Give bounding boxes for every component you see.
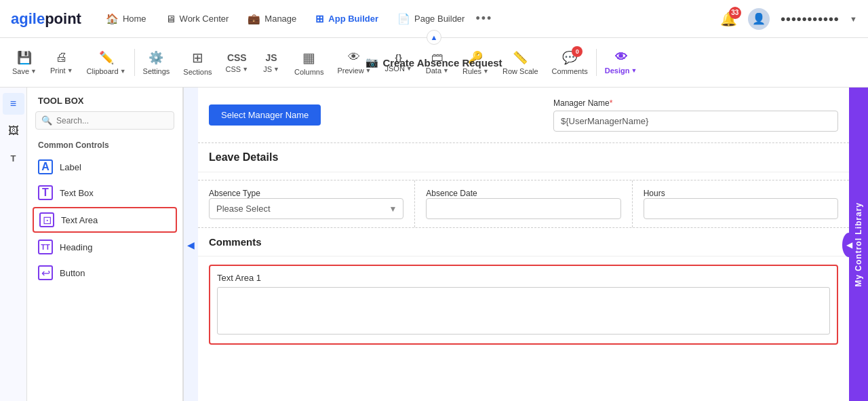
briefcase-icon: 💼	[248, 13, 260, 25]
text-area-input[interactable]	[217, 287, 830, 335]
toolbox-item-heading[interactable]: TT Heading	[27, 234, 182, 260]
design-icon: 👁	[615, 50, 627, 64]
nav-right: 🔔 33 👤 ●●●●●●●●●●● ▼	[720, 8, 857, 30]
js-label: JS	[263, 65, 272, 73]
user-dropdown-icon[interactable]: ▼	[850, 15, 857, 23]
form-canvas: Select Manager Name Manager Name* Leave …	[198, 88, 849, 401]
comments-badge: 0	[572, 46, 583, 57]
heading-icon: TT	[38, 240, 53, 254]
manager-name-input[interactable]	[553, 111, 838, 132]
logo[interactable]: agilepoint	[11, 10, 81, 28]
manager-section: Select Manager Name Manager Name*	[198, 88, 849, 143]
form-title: Create Absence Request	[382, 57, 502, 69]
nav-item-page-builder[interactable]: 📄 Page Builder	[389, 9, 473, 29]
grid-icon: ⊞	[315, 13, 324, 25]
clipboard-icon: ✏️	[99, 50, 114, 65]
toolbox-item-label-text: Label	[60, 162, 81, 172]
nav-item-home[interactable]: 🏠 Home	[98, 9, 155, 29]
sidebar-icon-tag[interactable]: T	[3, 147, 24, 169]
preview-label: Preview	[337, 66, 363, 75]
toolbar-css[interactable]: CSS CSS ▼	[219, 47, 256, 79]
nav-item-work-center[interactable]: 🖥 Work Center	[157, 9, 237, 28]
nav-item-page-builder-label: Page Builder	[414, 14, 465, 24]
nav-items: 🏠 Home 🖥 Work Center 💼 Manage ⊞ App Buil…	[98, 9, 704, 29]
toolbox-item-text-box[interactable]: T Text Box	[27, 180, 182, 206]
row-scale-icon: 📏	[513, 50, 528, 65]
toolbox-item-button[interactable]: ↩ Button	[27, 260, 182, 286]
hours-label: Hours	[644, 189, 838, 198]
toolbar-js[interactable]: JS JS ▼	[255, 47, 288, 79]
more-menu[interactable]: •••	[475, 12, 492, 26]
user-name[interactable]: ●●●●●●●●●●●	[781, 14, 839, 24]
toolbar-clipboard[interactable]: ✏️ Clipboard ▼	[80, 45, 133, 81]
design-label: Design	[605, 66, 630, 75]
toolbar-save[interactable]: 💾 Save ▼	[5, 45, 43, 81]
toolbar-print[interactable]: 🖨 Print ▼	[43, 45, 80, 80]
sidebar-icon-list[interactable]: ≡	[3, 93, 24, 115]
css-icon: CSS	[227, 52, 247, 63]
sections-label: Sections	[183, 68, 212, 76]
button-icon: ↩	[38, 265, 53, 280]
absence-date-col: Absence Date	[415, 180, 632, 227]
absence-date-input[interactable]	[426, 198, 620, 219]
text-area-label: Text Area 1	[217, 273, 830, 283]
toolbox-header: TOOL BOX	[27, 88, 182, 111]
hours-input[interactable]	[644, 198, 838, 219]
toolbox-item-text-box-text: Text Box	[60, 188, 94, 198]
comments-section-header: Comments	[198, 228, 849, 256]
nav-item-app-builder-label: App Builder	[328, 14, 378, 24]
absence-type-select-wrapper: Please Select ▼	[209, 198, 403, 219]
right-panel-label: My Control Library	[854, 202, 863, 287]
required-indicator: *	[610, 98, 613, 108]
js-icon: JS	[266, 52, 277, 63]
form-row-absence: Absence Type Please Select ▼ Absence Dat…	[198, 180, 849, 228]
toolbox-item-text-area[interactable]: ⊡ Text Area	[33, 207, 177, 233]
toolbar-sections[interactable]: ⊞ Sections	[176, 44, 218, 81]
clipboard-label: Clipboard	[87, 67, 119, 75]
toolbar-row-scale[interactable]: 📏 Row Scale	[496, 45, 545, 81]
toolbar-separator-1	[134, 49, 135, 76]
collapse-button[interactable]: ▲	[427, 30, 441, 45]
toolbar-design[interactable]: 👁 Design ▼	[598, 45, 644, 80]
preview-icon: 👁	[348, 50, 360, 64]
right-panel[interactable]: ◀ My Control Library	[849, 88, 868, 401]
columns-icon: ▦	[302, 50, 315, 66]
css-label: CSS	[226, 65, 241, 73]
absence-date-label: Absence Date	[426, 189, 620, 198]
toolbox-item-heading-text: Heading	[60, 242, 92, 252]
absence-type-select[interactable]: Please Select	[209, 198, 403, 219]
manager-name-label: Manager Name*	[553, 98, 838, 108]
toolbar-settings[interactable]: ⚙️ Settings	[136, 45, 177, 81]
section-spacer	[198, 172, 849, 180]
comments-label: Comments	[552, 67, 588, 75]
select-manager-button[interactable]: Select Manager Name	[209, 104, 321, 126]
nav-item-home-label: Home	[123, 14, 146, 24]
notification-button[interactable]: 🔔 33	[720, 11, 737, 27]
camera-icon: 📷	[366, 56, 378, 69]
sidebar-icon-image[interactable]: 🖼	[3, 120, 24, 142]
notification-badge: 33	[729, 7, 741, 19]
absence-type-col: Absence Type Please Select ▼	[198, 180, 415, 227]
text-box-icon: T	[38, 185, 53, 200]
row-scale-label: Row Scale	[502, 67, 538, 75]
toolbar-columns[interactable]: ▦ Columns	[288, 44, 330, 81]
toolbox-item-button-text: Button	[60, 268, 85, 278]
nav-item-work-center-label: Work Center	[180, 14, 229, 24]
sections-icon: ⊞	[192, 50, 203, 66]
nav-item-manage[interactable]: 💼 Manage	[239, 9, 304, 29]
page-icon: 📄	[397, 13, 410, 25]
settings-label: Settings	[143, 67, 170, 75]
toolbar-comments[interactable]: 💬 0 Comments	[545, 45, 595, 81]
settings-icon: ⚙️	[149, 50, 163, 65]
toolbox-panel: TOOL BOX 🔍 Common Controls A Label T Tex…	[27, 88, 183, 401]
nav-item-app-builder[interactable]: ⊞ App Builder	[307, 9, 387, 29]
toolbox-section-label: Common Controls	[27, 136, 182, 154]
print-label: Print	[50, 66, 66, 75]
collapse-toolbox-button[interactable]: ◀	[183, 88, 198, 401]
toolbox-search-input[interactable]	[56, 116, 168, 126]
user-avatar[interactable]: 👤	[748, 8, 770, 30]
columns-label: Columns	[294, 68, 323, 76]
toolbox-item-label[interactable]: A Label	[27, 154, 182, 180]
nav-item-manage-label: Manage	[264, 14, 296, 24]
sidebar-icons: ≡ 🖼 T	[0, 88, 27, 401]
